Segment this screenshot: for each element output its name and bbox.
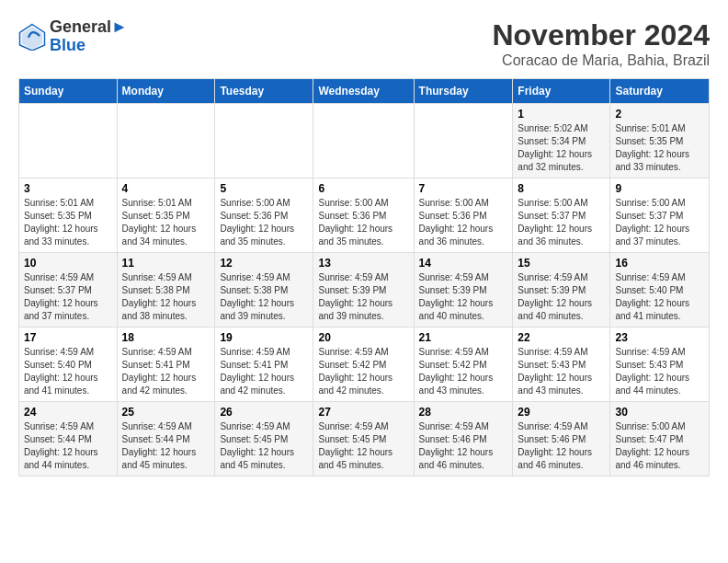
- calendar-cell: 16Sunrise: 4:59 AMSunset: 5:40 PMDayligh…: [610, 253, 710, 327]
- day-info: Sunrise: 4:59 AMSunset: 5:39 PMDaylight:…: [518, 271, 605, 323]
- calendar-cell: [19, 104, 118, 178]
- day-info: Sunrise: 4:59 AMSunset: 5:46 PMDaylight:…: [419, 420, 508, 472]
- day-info: Sunrise: 4:59 AMSunset: 5:42 PMDaylight:…: [419, 346, 508, 397]
- day-info: Sunrise: 4:59 AMSunset: 5:46 PMDaylight:…: [518, 420, 605, 472]
- logo-text-line2: Blue: [50, 37, 128, 55]
- day-number: 15: [518, 257, 605, 270]
- calendar-cell: [117, 104, 215, 178]
- day-info: Sunrise: 5:00 AMSunset: 5:36 PMDaylight:…: [318, 197, 408, 248]
- day-number: 22: [518, 331, 605, 344]
- day-info: Sunrise: 4:59 AMSunset: 5:38 PMDaylight:…: [122, 271, 210, 323]
- calendar-cell: 20Sunrise: 4:59 AMSunset: 5:42 PMDayligh…: [313, 327, 414, 402]
- day-info: Sunrise: 4:59 AMSunset: 5:43 PMDaylight:…: [518, 346, 605, 397]
- calendar-body: 1Sunrise: 5:02 AMSunset: 5:34 PMDaylight…: [19, 104, 710, 477]
- calendar-week-row: 3Sunrise: 5:01 AMSunset: 5:35 PMDaylight…: [19, 178, 710, 253]
- calendar-cell: 5Sunrise: 5:00 AMSunset: 5:36 PMDaylight…: [215, 178, 313, 253]
- day-info: Sunrise: 5:00 AMSunset: 5:47 PMDaylight:…: [615, 420, 704, 472]
- day-number: 25: [122, 406, 210, 419]
- day-number: 2: [615, 108, 704, 121]
- day-info: Sunrise: 4:59 AMSunset: 5:42 PMDaylight:…: [318, 346, 408, 397]
- calendar-cell: 17Sunrise: 4:59 AMSunset: 5:40 PMDayligh…: [19, 327, 118, 402]
- day-info: Sunrise: 4:59 AMSunset: 5:40 PMDaylight:…: [24, 346, 112, 397]
- calendar-cell: 15Sunrise: 4:59 AMSunset: 5:39 PMDayligh…: [513, 253, 610, 327]
- calendar-cell: 26Sunrise: 4:59 AMSunset: 5:45 PMDayligh…: [215, 402, 313, 477]
- day-info: Sunrise: 4:59 AMSunset: 5:41 PMDaylight:…: [122, 346, 210, 397]
- day-number: 19: [220, 331, 308, 344]
- day-number: 11: [122, 257, 210, 270]
- header-wednesday: Wednesday: [313, 79, 414, 104]
- calendar-cell: 30Sunrise: 5:00 AMSunset: 5:47 PMDayligh…: [610, 402, 710, 477]
- day-info: Sunrise: 4:59 AMSunset: 5:41 PMDaylight:…: [220, 346, 308, 397]
- day-number: 26: [220, 406, 308, 419]
- calendar-cell: 29Sunrise: 4:59 AMSunset: 5:46 PMDayligh…: [513, 402, 610, 477]
- day-info: Sunrise: 4:59 AMSunset: 5:44 PMDaylight:…: [122, 420, 210, 472]
- page-header: General► Blue November 2024 Coracao de M…: [18, 18, 710, 69]
- day-number: 9: [615, 182, 704, 195]
- calendar-table: Sunday Monday Tuesday Wednesday Thursday…: [18, 78, 710, 477]
- calendar-cell: 8Sunrise: 5:00 AMSunset: 5:37 PMDaylight…: [513, 178, 610, 253]
- day-number: 10: [24, 257, 112, 270]
- calendar-cell: 25Sunrise: 4:59 AMSunset: 5:44 PMDayligh…: [117, 402, 215, 477]
- day-number: 7: [419, 182, 508, 195]
- day-number: 23: [615, 331, 704, 344]
- title-section: November 2024 Coracao de Maria, Bahia, B…: [492, 18, 710, 69]
- day-number: 30: [615, 406, 704, 419]
- day-number: 8: [518, 182, 605, 195]
- calendar-week-row: 17Sunrise: 4:59 AMSunset: 5:40 PMDayligh…: [19, 327, 710, 402]
- day-number: 28: [419, 406, 508, 419]
- day-number: 17: [24, 331, 112, 344]
- calendar-cell: 21Sunrise: 4:59 AMSunset: 5:42 PMDayligh…: [414, 327, 513, 402]
- logo-icon: [18, 23, 46, 51]
- header-tuesday: Tuesday: [215, 79, 313, 104]
- logo: General► Blue: [18, 18, 128, 55]
- day-info: Sunrise: 4:59 AMSunset: 5:44 PMDaylight:…: [24, 420, 112, 472]
- calendar-week-row: 1Sunrise: 5:02 AMSunset: 5:34 PMDaylight…: [19, 104, 710, 178]
- calendar-week-row: 24Sunrise: 4:59 AMSunset: 5:44 PMDayligh…: [19, 402, 710, 477]
- calendar-cell: 23Sunrise: 4:59 AMSunset: 5:43 PMDayligh…: [610, 327, 710, 402]
- calendar-header: Sunday Monday Tuesday Wednesday Thursday…: [19, 79, 710, 104]
- calendar-cell: [313, 104, 414, 178]
- day-number: 4: [122, 182, 210, 195]
- day-info: Sunrise: 4:59 AMSunset: 5:39 PMDaylight:…: [318, 271, 408, 323]
- calendar-cell: 3Sunrise: 5:01 AMSunset: 5:35 PMDaylight…: [19, 178, 118, 253]
- logo-text-line1: General►: [50, 18, 128, 37]
- calendar-cell: [215, 104, 313, 178]
- day-number: 21: [419, 331, 508, 344]
- calendar-cell: 11Sunrise: 4:59 AMSunset: 5:38 PMDayligh…: [117, 253, 215, 327]
- day-info: Sunrise: 4:59 AMSunset: 5:39 PMDaylight:…: [419, 271, 508, 323]
- header-thursday: Thursday: [414, 79, 513, 104]
- calendar-cell: 27Sunrise: 4:59 AMSunset: 5:45 PMDayligh…: [313, 402, 414, 477]
- day-info: Sunrise: 4:59 AMSunset: 5:43 PMDaylight:…: [615, 346, 704, 397]
- day-info: Sunrise: 4:59 AMSunset: 5:45 PMDaylight:…: [318, 420, 408, 472]
- calendar-cell: 28Sunrise: 4:59 AMSunset: 5:46 PMDayligh…: [414, 402, 513, 477]
- day-number: 29: [518, 406, 605, 419]
- calendar-cell: 18Sunrise: 4:59 AMSunset: 5:41 PMDayligh…: [117, 327, 215, 402]
- day-info: Sunrise: 5:01 AMSunset: 5:35 PMDaylight:…: [24, 197, 112, 248]
- day-number: 6: [318, 182, 408, 195]
- day-info: Sunrise: 5:00 AMSunset: 5:37 PMDaylight:…: [615, 197, 704, 248]
- weekday-header-row: Sunday Monday Tuesday Wednesday Thursday…: [19, 79, 710, 104]
- day-info: Sunrise: 4:59 AMSunset: 5:37 PMDaylight:…: [24, 271, 112, 323]
- header-friday: Friday: [513, 79, 610, 104]
- day-info: Sunrise: 4:59 AMSunset: 5:45 PMDaylight:…: [220, 420, 308, 472]
- calendar-week-row: 10Sunrise: 4:59 AMSunset: 5:37 PMDayligh…: [19, 253, 710, 327]
- day-info: Sunrise: 4:59 AMSunset: 5:38 PMDaylight:…: [220, 271, 308, 323]
- day-info: Sunrise: 5:00 AMSunset: 5:36 PMDaylight:…: [220, 197, 308, 248]
- day-number: 1: [518, 108, 605, 121]
- header-saturday: Saturday: [610, 79, 710, 104]
- day-info: Sunrise: 5:01 AMSunset: 5:35 PMDaylight:…: [122, 197, 210, 248]
- calendar-cell: 9Sunrise: 5:00 AMSunset: 5:37 PMDaylight…: [610, 178, 710, 253]
- day-number: 5: [220, 182, 308, 195]
- day-info: Sunrise: 5:00 AMSunset: 5:37 PMDaylight:…: [518, 197, 605, 248]
- calendar-cell: 24Sunrise: 4:59 AMSunset: 5:44 PMDayligh…: [19, 402, 118, 477]
- day-number: 13: [318, 257, 408, 270]
- calendar-cell: [414, 104, 513, 178]
- location: Coracao de Maria, Bahia, Brazil: [492, 52, 710, 69]
- calendar-cell: 22Sunrise: 4:59 AMSunset: 5:43 PMDayligh…: [513, 327, 610, 402]
- day-number: 12: [220, 257, 308, 270]
- day-number: 18: [122, 331, 210, 344]
- calendar-cell: 1Sunrise: 5:02 AMSunset: 5:34 PMDaylight…: [513, 104, 610, 178]
- calendar-cell: 14Sunrise: 4:59 AMSunset: 5:39 PMDayligh…: [414, 253, 513, 327]
- calendar-cell: 4Sunrise: 5:01 AMSunset: 5:35 PMDaylight…: [117, 178, 215, 253]
- header-sunday: Sunday: [19, 79, 118, 104]
